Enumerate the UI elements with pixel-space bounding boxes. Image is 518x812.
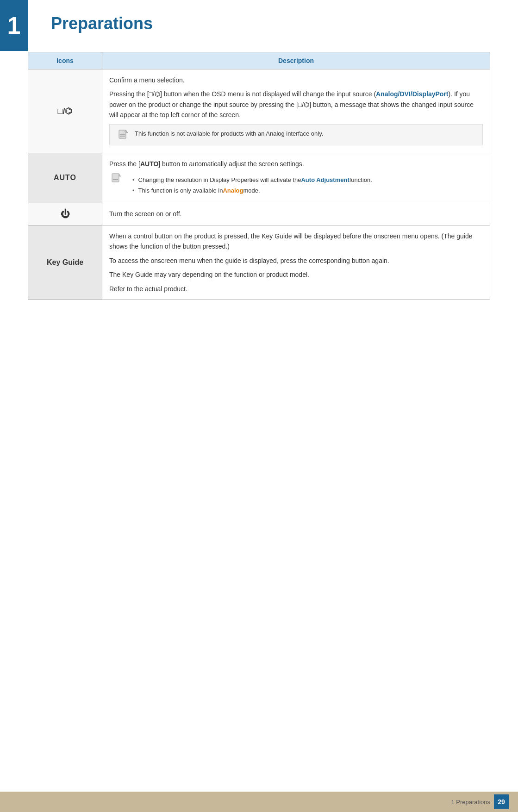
page-title: Preparations — [51, 14, 153, 33]
note-svg-auto — [111, 173, 122, 184]
icon-cell-auto: AUTO — [28, 153, 102, 203]
keyguide-desc-3: The Key Guide may vary depending on the … — [109, 269, 483, 280]
chapter-sidebar: 1 — [0, 0, 28, 51]
analog-highlight: Analog — [223, 186, 243, 195]
content-area: Icons Description □/⌬ Confirm a menu sel… — [0, 43, 518, 337]
svg-rect-1 — [120, 136, 125, 137]
col-header-description: Description — [102, 52, 490, 69]
icon-cell-power: ⏻ — [28, 203, 102, 225]
svg-rect-6 — [113, 179, 118, 180]
svg-rect-2 — [120, 134, 125, 135]
icon-cell-source: □/⌬ — [28, 69, 102, 153]
auto-desc-1: Press the [AUTO] button to automatically… — [109, 159, 483, 169]
auto-bullet-1: Changing the resolution in Display Prope… — [132, 175, 372, 185]
svg-rect-7 — [113, 178, 118, 178]
table-row: AUTO Press the [AUTO] button to automati… — [28, 153, 490, 203]
power-icon: ⏻ — [61, 209, 70, 219]
footer-page-number: 29 — [494, 794, 509, 809]
page-header: Preparations — [0, 0, 518, 43]
note-box-source: This function is not available for produ… — [109, 124, 483, 145]
table-row: Key Guide When a control button on the p… — [28, 225, 490, 300]
table-row: □/⌬ Confirm a menu selection. Pressing t… — [28, 69, 490, 153]
auto-adjustment-highlight: Auto Adjustment — [301, 175, 349, 185]
icon-cell-keyguide: Key Guide — [28, 225, 102, 300]
keyguide-desc-1: When a control button on the product is … — [109, 231, 483, 252]
source-note-text: This function is not available for produ… — [135, 129, 323, 138]
keyguide-desc-2: To access the onscreen menu when the gui… — [109, 256, 483, 266]
keyguide-desc-4: Refer to the actual product. — [109, 284, 483, 294]
desc-cell-keyguide: When a control button on the product is … — [102, 225, 490, 300]
desc-cell-auto: Press the [AUTO] button to automatically… — [102, 153, 490, 203]
keyguide-label: Key Guide — [47, 258, 83, 266]
source-icon: □/⌬ — [58, 106, 73, 116]
note-svg-icon — [118, 129, 129, 140]
col-header-icons: Icons — [28, 52, 102, 69]
power-desc: Turn the screen on or off. — [109, 209, 483, 219]
footer-text: 1 Preparations — [451, 799, 490, 806]
source-desc-1: Confirm a menu selection. — [109, 75, 483, 85]
table-row: ⏻ Turn the screen on or off. — [28, 203, 490, 225]
auto-note-area: Changing the resolution in Display Prope… — [109, 173, 483, 197]
auto-icon: AUTO — [54, 174, 76, 181]
desc-cell-source: Confirm a menu selection. Pressing the [… — [102, 69, 490, 153]
auto-bold: AUTO — [140, 160, 158, 168]
auto-bullet-2: This function is only available in Analo… — [132, 186, 372, 195]
table-header-row: Icons Description — [28, 52, 490, 69]
svg-marker-8 — [119, 174, 121, 176]
note-icon-auto — [109, 173, 123, 184]
auto-bullet-list: Changing the resolution in Display Prope… — [132, 175, 372, 197]
page-footer: 1 Preparations 29 — [0, 792, 518, 812]
note-icon — [116, 129, 130, 140]
icons-table: Icons Description □/⌬ Confirm a menu sel… — [28, 52, 490, 300]
source-desc-2: Pressing the [□/⌬] button when the OSD m… — [109, 89, 483, 120]
desc-cell-power: Turn the screen on or off. — [102, 203, 490, 225]
chapter-number: 1 — [7, 12, 21, 39]
analog-dvi-dp-highlight: Analog/DVI/DisplayPort — [376, 90, 448, 98]
